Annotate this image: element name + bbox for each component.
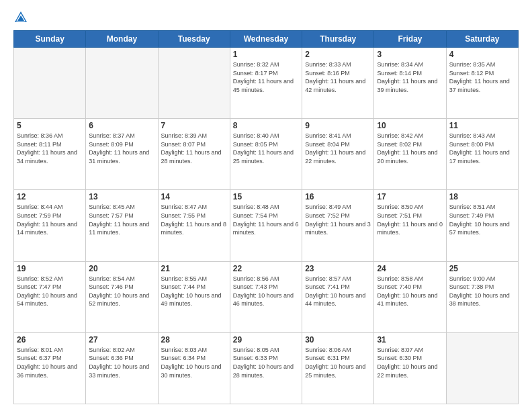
daylight-text: Daylight: 10 hours and 22 minutes. (377, 363, 437, 379)
sunrise-text: Sunrise: 8:05 AM (233, 347, 279, 353)
day-info: Sunrise: 8:47 AMSunset: 7:55 PMDaylight:… (161, 203, 227, 236)
table-row: 27Sunrise: 8:02 AMSunset: 6:36 PMDayligh… (86, 332, 158, 404)
sunrise-text: Sunrise: 8:42 AM (377, 132, 423, 139)
day-info: Sunrise: 8:54 AMSunset: 7:46 PMDaylight:… (89, 275, 154, 308)
daylight-text: Daylight: 11 hours and 31 minutes. (89, 149, 149, 165)
day-number: 18 (449, 192, 515, 201)
day-info: Sunrise: 8:07 AMSunset: 6:30 PMDaylight:… (377, 346, 443, 379)
daylight-text: Daylight: 11 hours and 22 minutes. (305, 149, 365, 165)
day-number: 3 (377, 50, 443, 59)
day-number: 2 (305, 50, 371, 59)
table-row: 19Sunrise: 8:52 AMSunset: 7:47 PMDayligh… (14, 261, 86, 332)
sunset-text: Sunset: 8:14 PM (377, 70, 422, 77)
table-row: 8Sunrise: 8:40 AMSunset: 8:05 PMDaylight… (230, 119, 302, 190)
sunrise-text: Sunrise: 8:45 AM (89, 203, 135, 210)
day-info: Sunrise: 8:51 AMSunset: 7:49 PMDaylight:… (449, 203, 515, 236)
table-row: 2Sunrise: 8:33 AMSunset: 8:16 PMDaylight… (302, 48, 374, 119)
day-info: Sunrise: 8:40 AMSunset: 8:05 PMDaylight:… (233, 132, 299, 165)
sunset-text: Sunset: 7:43 PM (233, 283, 278, 290)
sunrise-text: Sunrise: 8:49 AM (305, 203, 351, 210)
daylight-text: Daylight: 10 hours and 38 minutes. (449, 292, 510, 308)
day-info: Sunrise: 8:50 AMSunset: 7:51 PMDaylight:… (377, 203, 443, 236)
sunrise-text: Sunrise: 8:34 AM (377, 61, 423, 68)
day-number: 11 (449, 121, 515, 130)
daylight-text: Daylight: 11 hours and 37 minutes. (449, 78, 510, 93)
sunrise-text: Sunrise: 8:52 AM (17, 275, 63, 282)
weekday-header-row: Sunday Monday Tuesday Wednesday Thursday… (14, 31, 519, 48)
header-saturday: Saturday (446, 31, 518, 48)
sunrise-text: Sunrise: 8:06 AM (305, 347, 351, 353)
sunrise-text: Sunrise: 8:03 AM (161, 347, 208, 353)
day-number: 5 (17, 121, 83, 130)
day-info: Sunrise: 9:00 AMSunset: 7:38 PMDaylight:… (449, 275, 515, 308)
day-number: 17 (377, 192, 443, 201)
sunset-text: Sunset: 7:38 PM (449, 283, 494, 290)
sunrise-text: Sunrise: 8:48 AM (233, 203, 279, 210)
daylight-text: Daylight: 10 hours and 28 minutes. (233, 363, 294, 379)
daylight-text: Daylight: 10 hours and 30 minutes. (161, 363, 222, 379)
day-number: 7 (161, 121, 227, 130)
sunset-text: Sunset: 6:33 PM (233, 355, 278, 361)
day-number: 19 (17, 264, 83, 273)
day-info: Sunrise: 8:37 AMSunset: 8:09 PMDaylight:… (89, 132, 154, 165)
sunset-text: Sunset: 8:00 PM (449, 141, 494, 148)
table-row: 1Sunrise: 8:32 AMSunset: 8:17 PMDaylight… (230, 48, 302, 119)
sunset-text: Sunset: 7:44 PM (161, 283, 206, 290)
sunset-text: Sunset: 8:12 PM (449, 70, 494, 77)
daylight-text: Daylight: 10 hours and 52 minutes. (89, 292, 149, 308)
sunset-text: Sunset: 7:47 PM (17, 283, 62, 290)
sunset-text: Sunset: 8:09 PM (89, 141, 134, 148)
daylight-text: Daylight: 10 hours and 57 minutes. (449, 221, 510, 236)
daylight-text: Daylight: 10 hours and 41 minutes. (377, 292, 437, 308)
day-info: Sunrise: 8:49 AMSunset: 7:52 PMDaylight:… (305, 203, 371, 236)
day-info: Sunrise: 8:58 AMSunset: 7:40 PMDaylight:… (377, 275, 443, 308)
sunset-text: Sunset: 8:05 PM (233, 141, 278, 148)
sunset-text: Sunset: 7:55 PM (161, 212, 206, 219)
daylight-text: Daylight: 11 hours and 25 minutes. (233, 149, 294, 165)
table-row (86, 48, 158, 119)
sunrise-text: Sunrise: 8:33 AM (305, 61, 351, 68)
daylight-text: Daylight: 10 hours and 49 minutes. (161, 292, 222, 308)
header-sunday: Sunday (14, 31, 86, 48)
day-number: 10 (377, 121, 443, 130)
sunrise-text: Sunrise: 8:41 AM (305, 132, 351, 139)
table-row: 28Sunrise: 8:03 AMSunset: 6:34 PMDayligh… (158, 332, 230, 404)
table-row: 20Sunrise: 8:54 AMSunset: 7:46 PMDayligh… (86, 261, 158, 332)
daylight-text: Daylight: 11 hours and 17 minutes. (449, 149, 510, 165)
sunset-text: Sunset: 6:34 PM (161, 355, 206, 361)
sunset-text: Sunset: 6:30 PM (377, 355, 422, 361)
logo-icon (13, 10, 28, 25)
sunset-text: Sunset: 8:11 PM (17, 141, 62, 148)
day-info: Sunrise: 8:34 AMSunset: 8:14 PMDaylight:… (377, 60, 443, 94)
day-number: 29 (233, 335, 299, 345)
day-number: 27 (89, 335, 154, 345)
daylight-text: Daylight: 11 hours and 0 minutes. (377, 221, 443, 236)
table-row: 5Sunrise: 8:36 AMSunset: 8:11 PMDaylight… (14, 119, 86, 190)
day-number: 24 (377, 264, 443, 273)
daylight-text: Daylight: 11 hours and 42 minutes. (305, 78, 365, 93)
sunset-text: Sunset: 7:52 PM (305, 212, 350, 219)
sunset-text: Sunset: 7:49 PM (449, 212, 494, 219)
table-row: 18Sunrise: 8:51 AMSunset: 7:49 PMDayligh… (446, 190, 518, 261)
sunrise-text: Sunrise: 8:37 AM (89, 132, 135, 139)
table-row: 4Sunrise: 8:35 AMSunset: 8:12 PMDaylight… (446, 48, 518, 119)
sunrise-text: Sunrise: 9:00 AM (449, 275, 496, 282)
calendar-week-row: 26Sunrise: 8:01 AMSunset: 6:37 PMDayligh… (14, 332, 519, 404)
daylight-text: Daylight: 11 hours and 3 minutes. (305, 221, 371, 236)
logo (13, 10, 31, 25)
day-number: 26 (17, 335, 83, 345)
day-info: Sunrise: 8:57 AMSunset: 7:41 PMDaylight:… (305, 275, 371, 308)
table-row (446, 332, 518, 404)
table-row (14, 48, 86, 119)
day-info: Sunrise: 8:52 AMSunset: 7:47 PMDaylight:… (17, 275, 83, 308)
sunset-text: Sunset: 7:57 PM (89, 212, 134, 219)
sunrise-text: Sunrise: 8:51 AM (449, 203, 496, 210)
day-number: 13 (89, 192, 154, 201)
calendar-week-row: 19Sunrise: 8:52 AMSunset: 7:47 PMDayligh… (14, 261, 519, 332)
header-wednesday: Wednesday (230, 31, 302, 48)
sunset-text: Sunset: 8:04 PM (305, 141, 350, 148)
sunset-text: Sunset: 7:40 PM (377, 283, 422, 290)
table-row: 31Sunrise: 8:07 AMSunset: 6:30 PMDayligh… (374, 332, 446, 404)
table-row: 3Sunrise: 8:34 AMSunset: 8:14 PMDaylight… (374, 48, 446, 119)
day-info: Sunrise: 8:35 AMSunset: 8:12 PMDaylight:… (449, 60, 515, 94)
